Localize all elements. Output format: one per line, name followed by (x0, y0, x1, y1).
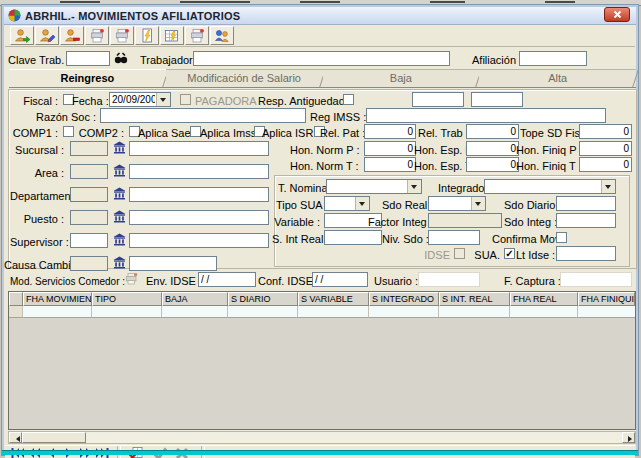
trabajador-input[interactable] (193, 51, 450, 66)
hon-finiq-p-input[interactable] (579, 141, 632, 156)
add-employee-button[interactable] (10, 26, 34, 45)
f-captura-input[interactable] (560, 272, 632, 287)
comp1-checkbox[interactable] (63, 126, 74, 137)
print-movements-button[interactable] (185, 26, 209, 45)
tab-alta[interactable]: Alta (479, 69, 636, 87)
supervisor-lookup-button[interactable] (112, 233, 126, 247)
departamento-label: Departamento : (10, 190, 64, 203)
s-int-real-input[interactable] (324, 230, 382, 245)
employees-group-button[interactable] (210, 26, 234, 45)
fecha-dropdown-arrow-icon[interactable] (156, 93, 170, 106)
sucursal-code-input[interactable] (70, 141, 108, 156)
hon-norm-t-input[interactable] (364, 157, 416, 172)
tipo-sua-combo[interactable] (324, 196, 370, 211)
idse-checkbox[interactable] (454, 248, 465, 259)
sua-checkbox[interactable] (504, 248, 515, 259)
area-label: Area : (10, 167, 64, 180)
antiguedad-field-1[interactable] (412, 92, 464, 107)
puesto-name-input[interactable] (129, 210, 269, 225)
puesto-lookup-button[interactable] (112, 210, 126, 224)
clave-trab-input[interactable] (66, 51, 110, 66)
hon-norm-p-label: Hon. Norm P : (290, 144, 358, 157)
scrollbar-thumb[interactable] (22, 432, 86, 443)
grid-header-tipo[interactable]: TIPO (92, 292, 162, 306)
afiliacion-input[interactable] (519, 51, 587, 66)
sdo-diario-input[interactable] (556, 196, 616, 211)
grid-header-baja[interactable]: BAJA (162, 292, 228, 306)
print-report-button[interactable] (85, 26, 109, 45)
grid-horizontal-scrollbar[interactable] (8, 431, 636, 444)
scroll-left-button[interactable] (9, 432, 22, 443)
causa-cambio-name-input[interactable] (129, 256, 217, 271)
tab-baja[interactable]: Baja (323, 69, 480, 87)
rel-pat-input[interactable] (364, 124, 416, 139)
niv-sdo-input[interactable] (428, 230, 480, 245)
close-button[interactable] (604, 7, 630, 22)
process-document-button[interactable] (135, 26, 159, 45)
causa-cambio-code-input[interactable] (70, 256, 108, 271)
departamento-name-input[interactable] (129, 187, 269, 202)
confirma-mov-checkbox[interactable] (556, 232, 567, 243)
usuario-input[interactable] (418, 272, 480, 287)
background-text-fragment (60, 1, 100, 3)
sucursal-lookup-button[interactable] (112, 141, 126, 155)
tab-modificacion-salario[interactable]: Modificación de Salario (166, 69, 323, 87)
t-nomina-combo[interactable] (326, 179, 422, 194)
area-lookup-button[interactable] (112, 164, 126, 178)
search-employee-button[interactable] (114, 51, 128, 65)
resp-antiguedad-checkbox[interactable] (343, 94, 354, 105)
area-code-input[interactable] (70, 164, 108, 179)
idse-label: IDSE (424, 249, 450, 262)
grid-header-s-variable[interactable]: S VARIABLE (298, 292, 369, 306)
title-bar[interactable]: ABRHIL.- MOVIMIENTOS AFILIATORIOS (4, 7, 636, 25)
departamento-lookup-button[interactable] (112, 187, 126, 201)
razon-soc-input[interactable] (100, 108, 306, 123)
grid-header-fha-movimiento[interactable]: FHA MOVIMIENTO (23, 292, 92, 306)
scroll-right-button[interactable] (622, 432, 635, 443)
edit-employee-button[interactable] (35, 26, 59, 45)
conf-idse-input[interactable] (312, 272, 368, 287)
hon-norm-p-input[interactable] (364, 141, 416, 156)
document-lightning-icon (139, 28, 155, 44)
bank-lookup-icon (113, 233, 126, 246)
rel-trab-input[interactable] (466, 124, 519, 139)
process-grid-button[interactable] (160, 26, 184, 45)
area-name-input[interactable] (129, 164, 269, 179)
integrado-dropdown-arrow-icon[interactable] (601, 180, 615, 193)
grid-header-s-diario[interactable]: S DIARIO (228, 292, 298, 306)
fecha-combo[interactable]: 20/09/2006 (109, 92, 171, 107)
sdo-real-combo[interactable] (428, 196, 486, 211)
t-nomina-dropdown-arrow-icon[interactable] (407, 180, 421, 193)
grid-header-fha-real[interactable]: FHA REAL (510, 292, 578, 306)
causa-cambio-lookup-button[interactable] (112, 256, 126, 270)
print-report-alt-button[interactable] (110, 26, 134, 45)
delete-employee-button[interactable] (60, 26, 84, 45)
mod-servicios-button[interactable] (124, 272, 138, 286)
pagadora-checkbox[interactable] (180, 94, 191, 105)
tope-sd-fisc-input[interactable] (579, 124, 632, 139)
grid-empty-row[interactable] (9, 306, 635, 318)
hon-esp-p-input[interactable] (466, 141, 519, 156)
supervisor-name-input[interactable] (129, 233, 269, 248)
puesto-code-input[interactable] (70, 210, 108, 225)
reg-imss-input[interactable] (366, 108, 606, 123)
grid-header-fha-finiquito[interactable]: FHA FINIQUITO (578, 292, 635, 306)
grid-header-s-int-real[interactable]: S INT. REAL (439, 292, 510, 306)
factor-integ-input[interactable] (428, 213, 502, 228)
hon-esp-t-input[interactable] (466, 157, 519, 172)
antiguedad-field-2[interactable] (471, 92, 523, 107)
lt-idse-input[interactable] (556, 246, 616, 261)
grid-header-s-integrado[interactable]: S INTEGRADO (369, 292, 439, 306)
departamento-code-input[interactable] (70, 187, 108, 202)
tab-reingreso[interactable]: Reingreso (9, 69, 166, 87)
sdo-real-dropdown-arrow-icon[interactable] (471, 197, 485, 210)
hon-finiq-t-input[interactable] (579, 157, 632, 172)
tipo-sua-dropdown-arrow-icon[interactable] (355, 197, 369, 210)
bank-lookup-icon (113, 256, 126, 269)
sucursal-name-input[interactable] (129, 141, 269, 156)
integrado-combo[interactable] (484, 179, 616, 194)
supervisor-code-input[interactable] (70, 233, 108, 248)
sdo-integ-input[interactable] (556, 213, 616, 228)
env-idse-input[interactable] (198, 272, 256, 287)
supervisor-label: Supervisor : (10, 236, 64, 249)
